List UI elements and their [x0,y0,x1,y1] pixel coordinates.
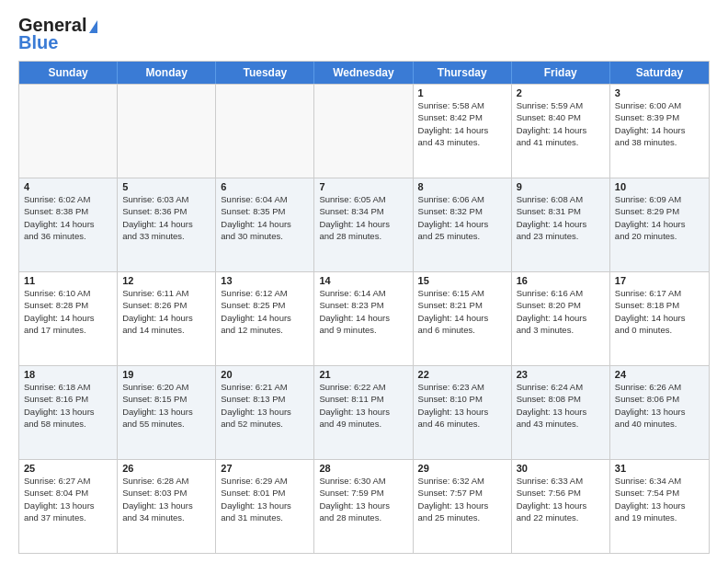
day-number: 8 [418,181,506,192]
calendar-cell-10: 10Sunrise: 6:09 AM Sunset: 8:29 PM Dayli… [610,178,709,271]
calendar-row-4: 25Sunrise: 6:27 AM Sunset: 8:04 PM Dayli… [19,459,709,553]
calendar-cell-4: 4Sunrise: 6:02 AM Sunset: 8:38 PM Daylig… [19,178,118,271]
calendar-cell-31: 31Sunrise: 6:34 AM Sunset: 7:54 PM Dayli… [610,460,709,553]
calendar-cell-29: 29Sunrise: 6:32 AM Sunset: 7:57 PM Dayli… [414,460,512,553]
cell-info: Sunrise: 6:21 AM Sunset: 8:13 PM Dayligh… [221,381,309,430]
calendar-cell-2: 2Sunrise: 5:59 AM Sunset: 8:40 PM Daylig… [512,85,610,178]
calendar-cell-16: 16Sunrise: 6:16 AM Sunset: 8:20 PM Dayli… [512,272,610,365]
cell-info: Sunrise: 6:20 AM Sunset: 8:15 PM Dayligh… [122,381,210,430]
weekday-header-saturday: Saturday [610,62,709,84]
day-number: 11 [24,275,112,286]
calendar-cell-27: 27Sunrise: 6:29 AM Sunset: 8:01 PM Dayli… [216,460,314,553]
calendar-body: 1Sunrise: 5:58 AM Sunset: 8:42 PM Daylig… [19,84,709,553]
cell-info: Sunrise: 6:34 AM Sunset: 7:54 PM Dayligh… [615,475,704,523]
day-number: 22 [418,369,506,380]
calendar-cell-22: 22Sunrise: 6:23 AM Sunset: 8:10 PM Dayli… [414,366,512,459]
weekday-header-friday: Friday [512,62,610,84]
day-number: 25 [24,463,112,474]
calendar-cell-15: 15Sunrise: 6:15 AM Sunset: 8:21 PM Dayli… [414,272,512,365]
calendar-row-2: 11Sunrise: 6:10 AM Sunset: 8:28 PM Dayli… [19,271,709,365]
calendar-cell-23: 23Sunrise: 6:24 AM Sunset: 8:08 PM Dayli… [512,366,610,459]
calendar-cell-18: 18Sunrise: 6:18 AM Sunset: 8:16 PM Dayli… [19,366,118,459]
calendar-header: SundayMondayTuesdayWednesdayThursdayFrid… [19,62,709,84]
calendar-cell-11: 11Sunrise: 6:10 AM Sunset: 8:28 PM Dayli… [19,272,118,365]
day-number: 24 [615,369,704,380]
cell-info: Sunrise: 6:18 AM Sunset: 8:16 PM Dayligh… [24,381,112,430]
day-number: 6 [221,181,309,192]
day-number: 9 [517,181,605,192]
cell-info: Sunrise: 5:58 AM Sunset: 8:42 PM Dayligh… [418,99,506,148]
cell-info: Sunrise: 6:26 AM Sunset: 8:06 PM Dayligh… [615,381,704,430]
day-number: 23 [517,369,605,380]
calendar-cell-empty [314,85,413,178]
calendar-cell-30: 30Sunrise: 6:33 AM Sunset: 7:56 PM Dayli… [512,460,610,553]
calendar-cell-empty [118,85,216,178]
day-number: 17 [615,275,704,286]
cell-info: Sunrise: 6:11 AM Sunset: 8:26 PM Dayligh… [122,287,210,336]
cell-info: Sunrise: 6:08 AM Sunset: 8:31 PM Dayligh… [517,193,605,242]
weekday-header-sunday: Sunday [19,62,118,84]
calendar-cell-21: 21Sunrise: 6:22 AM Sunset: 8:11 PM Dayli… [314,366,413,459]
weekday-header-wednesday: Wednesday [314,62,413,84]
calendar-cell-14: 14Sunrise: 6:14 AM Sunset: 8:23 PM Dayli… [314,272,413,365]
cell-info: Sunrise: 6:00 AM Sunset: 8:39 PM Dayligh… [615,99,704,148]
calendar-cell-25: 25Sunrise: 6:27 AM Sunset: 8:04 PM Dayli… [19,460,118,553]
cell-info: Sunrise: 6:28 AM Sunset: 8:03 PM Dayligh… [122,475,210,523]
calendar-cell-17: 17Sunrise: 6:17 AM Sunset: 8:18 PM Dayli… [610,272,709,365]
weekday-header-monday: Monday [118,62,216,84]
calendar-row-0: 1Sunrise: 5:58 AM Sunset: 8:42 PM Daylig… [19,84,709,178]
cell-info: Sunrise: 6:10 AM Sunset: 8:28 PM Dayligh… [24,287,112,336]
day-number: 14 [319,275,407,286]
day-number: 19 [122,369,210,380]
weekday-header-tuesday: Tuesday [216,62,314,84]
day-number: 28 [319,463,407,474]
cell-info: Sunrise: 6:02 AM Sunset: 8:38 PM Dayligh… [24,193,112,242]
cell-info: Sunrise: 6:03 AM Sunset: 8:36 PM Dayligh… [122,193,210,242]
cell-info: Sunrise: 6:14 AM Sunset: 8:23 PM Dayligh… [319,287,407,336]
day-number: 16 [517,275,605,286]
calendar-row-3: 18Sunrise: 6:18 AM Sunset: 8:16 PM Dayli… [19,365,709,459]
day-number: 30 [517,463,605,474]
cell-info: Sunrise: 6:06 AM Sunset: 8:32 PM Dayligh… [418,193,506,242]
calendar-cell-24: 24Sunrise: 6:26 AM Sunset: 8:06 PM Dayli… [610,366,709,459]
cell-info: Sunrise: 6:32 AM Sunset: 7:57 PM Dayligh… [418,475,506,523]
cell-info: Sunrise: 6:22 AM Sunset: 8:11 PM Dayligh… [319,381,407,430]
day-number: 15 [418,275,506,286]
calendar-cell-8: 8Sunrise: 6:06 AM Sunset: 8:32 PM Daylig… [414,178,512,271]
cell-info: Sunrise: 6:09 AM Sunset: 8:29 PM Dayligh… [615,193,704,242]
calendar-cell-1: 1Sunrise: 5:58 AM Sunset: 8:42 PM Daylig… [414,85,512,178]
calendar-cell-3: 3Sunrise: 6:00 AM Sunset: 8:39 PM Daylig… [610,85,709,178]
cell-info: Sunrise: 6:23 AM Sunset: 8:10 PM Dayligh… [418,381,506,430]
day-number: 31 [615,463,704,474]
cell-info: Sunrise: 6:27 AM Sunset: 8:04 PM Dayligh… [24,475,112,523]
header: General Blue [18,15,710,53]
calendar-cell-7: 7Sunrise: 6:05 AM Sunset: 8:34 PM Daylig… [314,178,413,271]
calendar-row-1: 4Sunrise: 6:02 AM Sunset: 8:38 PM Daylig… [19,178,709,271]
day-number: 5 [122,181,210,192]
day-number: 26 [122,463,210,474]
calendar-cell-empty [19,85,118,178]
cell-info: Sunrise: 6:16 AM Sunset: 8:20 PM Dayligh… [517,287,605,336]
cell-info: Sunrise: 6:30 AM Sunset: 7:59 PM Dayligh… [319,475,407,523]
calendar-cell-13: 13Sunrise: 6:12 AM Sunset: 8:25 PM Dayli… [216,272,314,365]
calendar-cell-5: 5Sunrise: 6:03 AM Sunset: 8:36 PM Daylig… [118,178,216,271]
cell-info: Sunrise: 6:29 AM Sunset: 8:01 PM Dayligh… [221,475,309,523]
calendar-cell-12: 12Sunrise: 6:11 AM Sunset: 8:26 PM Dayli… [118,272,216,365]
day-number: 10 [615,181,704,192]
day-number: 12 [122,275,210,286]
cell-info: Sunrise: 6:17 AM Sunset: 8:18 PM Dayligh… [615,287,704,336]
day-number: 4 [24,181,112,192]
day-number: 29 [418,463,506,474]
calendar-cell-empty [216,85,314,178]
cell-info: Sunrise: 5:59 AM Sunset: 8:40 PM Dayligh… [517,99,605,148]
calendar-cell-6: 6Sunrise: 6:04 AM Sunset: 8:35 PM Daylig… [216,178,314,271]
page: General Blue SundayMondayTuesdayWednesda… [0,0,728,563]
day-number: 2 [517,87,605,98]
calendar-cell-19: 19Sunrise: 6:20 AM Sunset: 8:15 PM Dayli… [118,366,216,459]
cell-info: Sunrise: 6:04 AM Sunset: 8:35 PM Dayligh… [221,193,309,242]
day-number: 1 [418,87,506,98]
calendar-cell-9: 9Sunrise: 6:08 AM Sunset: 8:31 PM Daylig… [512,178,610,271]
day-number: 7 [319,181,407,192]
day-number: 20 [221,369,309,380]
logo: General Blue [18,15,97,53]
